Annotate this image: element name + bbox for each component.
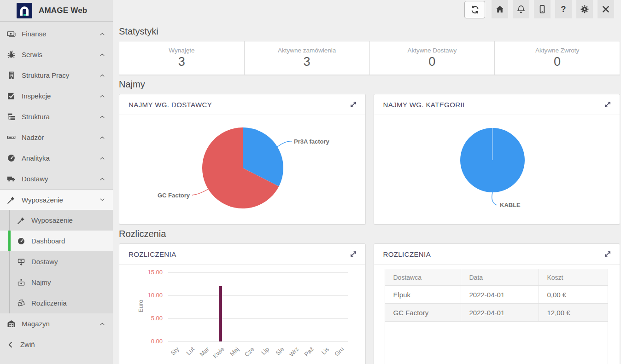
stat-label: Aktywne zamówienia [245,47,369,54]
expand-chart-button[interactable] [603,100,612,109]
gauge-icon [7,154,16,162]
x-tick-label: Gru [315,346,340,352]
settings-button[interactable] [576,0,593,18]
chevron-up-icon [99,114,105,120]
money-up-icon [17,278,25,287]
sidebar-subitem-rozliczenia[interactable]: Rozliczenia [0,293,113,313]
brand-header: AMAGE Web [0,0,113,22]
sidebar-item-struktura[interactable]: Struktura [0,106,113,127]
cell-data: 2022-04-01 [461,286,539,304]
cell-koszt: 12,00 € [539,304,608,322]
truck-icon [7,174,16,183]
stat-value: 0 [370,55,495,69]
card-header: NAJMY WG. KATEGORII [374,94,620,115]
pie-label-pr3a-factory: Pr3A factory [294,138,330,145]
close-icon [601,5,610,14]
sidebar-item-struktura-pracy[interactable]: Struktura Pracy [0,65,113,86]
pie-callout-line [277,141,292,147]
sidebar-subitem-wyposazenie[interactable]: Wyposażenie [0,210,113,231]
sidebar-subitem-label: Rozliczenia [31,299,67,307]
chevron-down-icon [99,196,105,203]
sidebar-subitem-label: Dostawy [31,258,58,266]
bar-chart-rozliczenia: 15.00 10.00 5.00 0.00 Euro Sty Lut Mar K… [119,265,365,364]
expand-icon [349,100,358,109]
close-button[interactable] [598,0,614,18]
table-row: Elpuk 2022-04-01 0,00 € [385,286,608,304]
rozliczenia-table: Dostawca Data Koszt Elpuk 2022-04-01 [385,269,608,364]
sidebar-item-finanse[interactable]: Finanse [0,23,113,44]
pie-chart-kategorie: KABLE [374,115,620,224]
chevron-left-icon [7,341,14,348]
card-title: NAJMY WG. DOSTAWCY [129,101,212,109]
money-exchange-icon [17,299,25,307]
y-tick-label: 5.00 [135,315,163,322]
sidebar-item-label: Struktura [22,113,99,121]
chevron-up-icon [99,31,105,37]
refresh-button[interactable] [464,1,485,18]
mobile-button[interactable] [534,0,551,18]
section-title-statystyki: Statystyki [119,25,620,37]
help-button[interactable]: ? [555,0,572,18]
column-header-data: Data [461,269,539,286]
column-header-dostawca: Dostawca [385,269,461,286]
card-najmy-wg-kategorii: NAJMY WG. KATEGORII KABLE [374,94,621,225]
topbar: ? [113,0,621,22]
sidebar-item-label: Magazyn [22,320,99,328]
cell-data: 2022-04-01 [461,304,539,322]
sidebar-item-zwin[interactable]: Zwiń [0,334,113,355]
sidebar-item-magazyn[interactable]: Magazyn [0,313,113,334]
sidebar-subitem-najmy[interactable]: Najmy [0,272,113,293]
stat-value: 0 [495,55,620,69]
sidebar-subitem-label: Najmy [31,278,51,286]
chevron-up-icon [99,93,105,99]
chevron-up-icon [99,72,105,79]
sidebar-item-label: Struktura Pracy [22,71,99,79]
sidebar-item-label: Zwiń [20,341,105,348]
card-rozliczenia-table: ROZLICZENIA Dostawca [374,243,621,364]
stat-label: Aktywne Zwroty [495,47,620,54]
sidebar-item-dostawy[interactable]: Dostawy [0,168,113,189]
chevron-up-icon [99,176,105,182]
pie-callout-line [492,192,497,205]
stat-label: Wynajęte [119,47,244,54]
sidebar-item-nadzor[interactable]: Nadzór [0,127,113,148]
check-square-icon [7,92,16,100]
card-title: ROZLICZENIA [129,250,176,258]
amage-logo-icon [17,3,32,18]
section-title-najmy: Najmy [119,78,620,90]
gear-icon [580,5,589,14]
expand-icon [349,249,358,259]
rozliczenia-cards-row: ROZLICZENIA 15.00 10.00 5.00 0.00 [119,243,620,364]
notifications-button[interactable] [513,0,529,18]
cell-koszt: 0,00 € [539,286,608,304]
expand-chart-button[interactable] [349,249,358,259]
gridline [168,341,348,342]
building-icon [7,71,16,80]
bar-kwiecien[interactable] [219,286,222,341]
cell-dostawca: GC Factory [385,304,461,322]
card-rozliczenia-chart: ROZLICZENIA 15.00 10.00 5.00 0.00 [119,243,366,364]
sidebar-item-label: Wyposażenie [22,196,99,204]
expand-chart-button[interactable] [349,100,358,109]
sidebar-item-analityka[interactable]: Analityka [0,148,113,168]
bell-icon [516,5,526,14]
chevron-up-icon [99,134,105,141]
sidebar-subitem-dostawy[interactable]: Dostawy [0,251,113,272]
table-header-row: Dostawca Data Koszt [385,269,608,286]
sidebar-item-label: Finanse [22,30,99,38]
card-title: ROZLICZENIA [383,250,431,258]
card-title: NAJMY WG. KATEGORII [383,101,465,109]
app-title: AMAGE Web [39,6,87,15]
sidebar-item-label: Dostawy [22,175,99,183]
home-icon [495,5,504,14]
sidebar-subitem-dashboard[interactable]: Dashboard [0,231,113,251]
expand-icon [603,249,612,259]
home-button[interactable] [492,0,508,18]
gauge-icon [17,237,25,245]
sidebar-item-serwis[interactable]: Serwis [0,44,113,65]
sidebar: AMAGE Web Finanse Serwis Struktura Pracy… [0,0,113,364]
sidebar-item-wyposazenie[interactable]: Wyposażenie [0,189,113,210]
najmy-cards-row: NAJMY WG. DOSTAWCY Pr3A factory GC F [119,94,620,225]
expand-chart-button[interactable] [603,249,612,259]
sidebar-item-inspekcje[interactable]: Inspekcje [0,86,113,106]
